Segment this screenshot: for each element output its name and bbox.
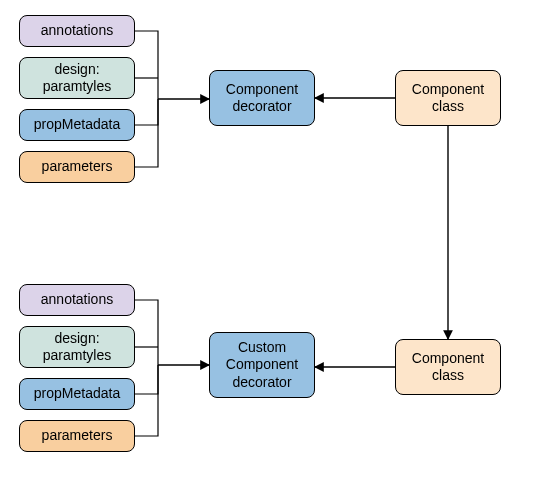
- annotations-box-top: annotations: [19, 15, 135, 47]
- label: parameters: [42, 427, 113, 445]
- label: design:paramtyles: [43, 330, 111, 365]
- custom-component-decorator-box-bottom: CustomComponentdecorator: [209, 332, 315, 398]
- label: Componentdecorator: [226, 81, 298, 116]
- component-class-box-bottom: Componentclass: [395, 339, 501, 395]
- label: Componentclass: [412, 81, 484, 116]
- label: CustomComponentdecorator: [226, 339, 298, 392]
- component-class-box-top: Componentclass: [395, 70, 501, 126]
- label: design:paramtyles: [43, 61, 111, 96]
- design-paramtyles-box-bottom: design:paramtyles: [19, 326, 135, 368]
- parameters-box-bottom: parameters: [19, 420, 135, 452]
- label: parameters: [42, 158, 113, 176]
- component-decorator-box-top: Componentdecorator: [209, 70, 315, 126]
- bracket-bottom: [135, 300, 209, 436]
- label: annotations: [41, 291, 113, 309]
- parameters-box-top: parameters: [19, 151, 135, 183]
- label: propMetadata: [34, 385, 120, 403]
- design-paramtyles-box-top: design:paramtyles: [19, 57, 135, 99]
- annotations-box-bottom: annotations: [19, 284, 135, 316]
- propmetadata-box-bottom: propMetadata: [19, 378, 135, 410]
- label: annotations: [41, 22, 113, 40]
- propmetadata-box-top: propMetadata: [19, 109, 135, 141]
- label: propMetadata: [34, 116, 120, 134]
- label: Componentclass: [412, 350, 484, 385]
- bracket-top: [135, 31, 209, 167]
